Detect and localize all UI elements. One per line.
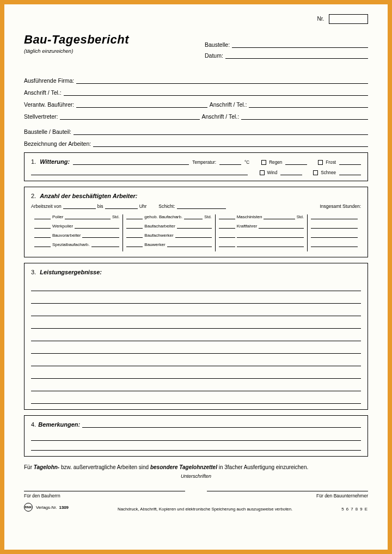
anschrift-input[interactable] xyxy=(64,89,368,96)
std-input[interactable] xyxy=(237,242,304,247)
stellvertreter-input[interactable] xyxy=(60,113,199,120)
schnee-checkbox[interactable] xyxy=(313,170,318,175)
nr-field: Nr. xyxy=(317,14,368,24)
s2-col-3: MaschinistenStd. Kraftfahrer xyxy=(216,214,308,251)
verlag-nr: 1309 xyxy=(59,505,69,510)
baufuehrer-anschrift-label: Anschrift / Tel.: xyxy=(210,101,247,108)
witterung-line2-input[interactable] xyxy=(31,169,248,175)
count-input[interactable] xyxy=(34,233,51,238)
s3-title: Leistungsergebnisse: xyxy=(40,269,102,275)
std-input[interactable] xyxy=(167,242,212,247)
signature-bauherr-line[interactable] xyxy=(24,491,185,491)
schnee-input[interactable] xyxy=(339,170,361,175)
footer-text: Für xyxy=(24,464,34,470)
s3-num: 3. xyxy=(31,269,36,275)
regen-label: Regen xyxy=(269,160,282,165)
regen-checkbox[interactable] xyxy=(261,160,266,165)
line-input[interactable] xyxy=(31,304,361,316)
count-input[interactable] xyxy=(34,242,51,247)
count-input[interactable] xyxy=(219,233,235,238)
witterung-input[interactable] xyxy=(73,159,189,165)
baustelle-input[interactable] xyxy=(232,41,368,48)
baustelle-bauteil-label: Baustelle / Bauteil: xyxy=(24,128,71,135)
frost-checkbox[interactable] xyxy=(318,160,323,165)
datum-input[interactable] xyxy=(225,52,368,59)
stellvertreter-label: Stellvertreter: xyxy=(24,113,58,120)
stellvertreter-anschrift-input[interactable] xyxy=(241,113,368,120)
bezeichnung-input[interactable] xyxy=(93,140,368,147)
signature-bauunternehmer-line[interactable] xyxy=(207,491,368,491)
line-input[interactable] xyxy=(31,316,361,329)
std-input[interactable] xyxy=(259,224,304,229)
total-input[interactable] xyxy=(311,242,358,247)
firma-input[interactable] xyxy=(76,77,368,84)
page-title: Bau-Tagesbericht xyxy=(24,33,205,47)
line-input[interactable] xyxy=(31,354,361,366)
std-input[interactable] xyxy=(237,233,304,238)
frost-input[interactable] xyxy=(339,159,361,165)
baufuehrer-anschrift-input[interactable] xyxy=(249,101,368,108)
line-input[interactable] xyxy=(31,341,361,354)
anschrift-label: Anschrift / Tel.: xyxy=(24,89,62,96)
count-input[interactable] xyxy=(219,224,235,229)
s1-num: 1. xyxy=(31,158,36,165)
line-input[interactable] xyxy=(31,391,361,404)
verlag-nr-label: Verlags-Nr. xyxy=(36,505,57,510)
count-input[interactable] xyxy=(34,214,51,219)
count-input[interactable] xyxy=(34,224,51,229)
std-input[interactable] xyxy=(91,242,120,247)
baustelle-bauteil-input[interactable] xyxy=(74,128,368,135)
wind-label: Wind xyxy=(267,170,278,175)
count-input[interactable] xyxy=(219,214,235,219)
bemerkungen-input-1[interactable] xyxy=(82,421,361,428)
line-input[interactable] xyxy=(31,441,361,451)
bis-input[interactable] xyxy=(105,204,138,209)
arbeitszeit-von-label: Arbeitszeit von xyxy=(31,204,62,209)
footer-text: in 3facher Ausfertigung einzureichen. xyxy=(217,464,308,470)
total-input[interactable] xyxy=(311,214,358,219)
total-input[interactable] xyxy=(311,224,358,229)
count-input[interactable] xyxy=(126,214,143,219)
line-input[interactable] xyxy=(31,291,361,304)
temperatur-label: Temperatur: xyxy=(192,160,216,165)
line-input[interactable] xyxy=(31,279,361,291)
line-input[interactable] xyxy=(31,431,361,441)
std-input[interactable] xyxy=(75,224,119,229)
line-input[interactable] xyxy=(31,329,361,341)
s4-title: Bemerkungen: xyxy=(38,421,80,428)
grad-label: °C xyxy=(244,160,249,165)
wind-checkbox[interactable] xyxy=(260,170,265,175)
s2-col-4 xyxy=(308,214,361,251)
line-input[interactable] xyxy=(31,366,361,379)
std-input[interactable] xyxy=(82,233,119,238)
count-input[interactable] xyxy=(126,224,143,229)
footer-zettel: besondere Tagelohnzettel xyxy=(150,464,217,470)
std-input[interactable] xyxy=(184,214,203,219)
std-input[interactable] xyxy=(65,214,111,219)
frost-label: Frost xyxy=(326,160,336,165)
count-input[interactable] xyxy=(126,233,143,238)
form-code: 5 6 7 8 9 E xyxy=(341,507,368,512)
baustelle-label: Baustelle: xyxy=(205,41,230,48)
std-input[interactable] xyxy=(177,224,212,229)
total-input[interactable] xyxy=(311,233,358,238)
section-bemerkungen: 4. Bemerkungen: xyxy=(24,415,368,457)
std-suffix: Std. xyxy=(297,214,304,219)
uhr-label: Uhr xyxy=(139,204,147,209)
count-input[interactable] xyxy=(126,242,143,247)
count-input[interactable] xyxy=(219,242,235,247)
copyright-text: Nachdruck, Abschrift, Kopieren und elekt… xyxy=(118,507,292,512)
wind-input[interactable] xyxy=(280,170,302,175)
footer-note: Für Tagelohn- bzw. außervertragliche Arb… xyxy=(24,464,368,470)
baufuehrer-input[interactable] xyxy=(76,101,207,108)
nr-input-box[interactable] xyxy=(329,14,368,24)
von-input[interactable] xyxy=(63,204,96,209)
line-input[interactable] xyxy=(31,379,361,391)
s2-col-2: gehob. Baufacharb.Std. Baufacharbeiter B… xyxy=(123,214,215,251)
signature-bauunternehmer-label: Für den Bauunternehmer xyxy=(207,493,368,498)
std-input[interactable] xyxy=(264,214,295,219)
regen-input[interactable] xyxy=(285,159,307,165)
temperatur-input[interactable] xyxy=(219,159,241,165)
schicht-input[interactable] xyxy=(177,204,226,209)
std-input[interactable] xyxy=(175,233,212,238)
